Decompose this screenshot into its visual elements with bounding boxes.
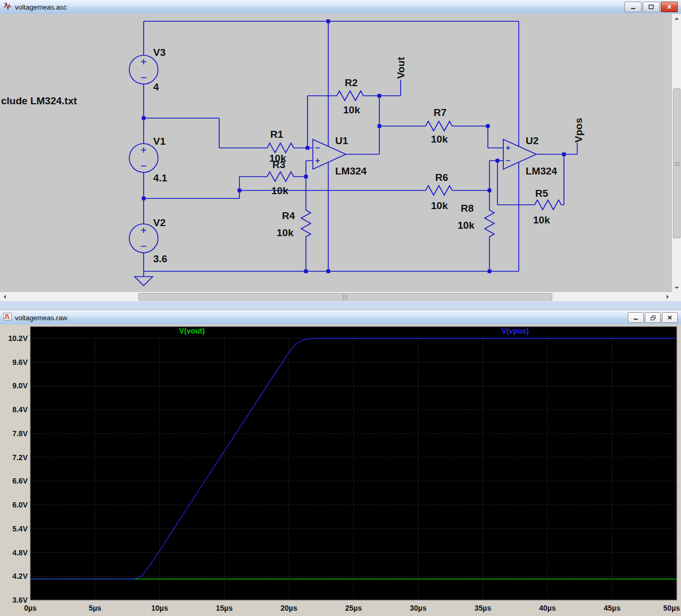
r6-resistor-symbol[interactable] — [423, 186, 455, 195]
close-icon — [667, 4, 672, 10]
scroll-right-arrow[interactable] — [663, 292, 672, 301]
horizontal-scrollbar[interactable] — [0, 292, 672, 301]
schematic-wires[interactable] — [144, 21, 577, 277]
v3-name-label[interactable]: V3 — [153, 47, 165, 58]
x-tick-label: 25µs — [345, 604, 362, 612]
r2-resistor-symbol[interactable] — [334, 91, 366, 101]
vertical-scrollbar-thumb[interactable] — [673, 88, 680, 238]
r7-name-label[interactable]: R7 — [434, 107, 446, 118]
v3-source-symbol[interactable] — [129, 55, 158, 84]
minimize-icon — [633, 315, 638, 320]
x-tick-label: 10µs — [151, 604, 168, 612]
v2-name-label[interactable]: V2 — [153, 217, 165, 228]
y-tick-label: 5.4V — [12, 525, 28, 533]
r8-value-label[interactable]: 10k — [458, 220, 475, 231]
y-tick-label: 6.6V — [12, 477, 28, 485]
waveform-titlebar[interactable]: voltagemeas.raw — [0, 310, 681, 326]
r5-value-label[interactable]: 10k — [533, 214, 550, 226]
plot-area[interactable] — [30, 327, 677, 600]
scrollbar-grip — [343, 295, 348, 299]
x-tick-label: 45µs — [604, 604, 621, 612]
v1-source-symbol[interactable] — [129, 144, 158, 172]
schematic-window-title: voltagemeas.asc — [15, 3, 67, 11]
r7-resistor-symbol[interactable] — [423, 121, 455, 131]
r5-name-label[interactable]: R5 — [535, 188, 549, 199]
scroll-up-arrow[interactable] — [672, 14, 681, 23]
waveform-plot: 0µs5µs10µs15µs20µs25µs30µs35µs40µs45µs50… — [0, 324, 681, 616]
schematic-titlebar[interactable]: voltagemeas.asc — [0, 0, 681, 14]
r1-name-label[interactable]: R1 — [270, 129, 284, 140]
x-tick-label: 5µs — [89, 604, 102, 612]
x-tick-label: 15µs — [216, 604, 233, 612]
minimize-button[interactable] — [625, 2, 642, 12]
maximize-button[interactable] — [643, 2, 660, 12]
r7-value-label[interactable]: 10k — [431, 134, 448, 145]
scrollbar-corner — [672, 292, 681, 301]
r4-resistor-symbol[interactable] — [301, 207, 311, 239]
schematic-canvas[interactable]: clude LM324.txt V3 4 V1 4.1 V2 3.6 R1 10… — [0, 14, 672, 292]
r1-resistor-symbol[interactable] — [264, 143, 296, 153]
x-tick-label: 20µs — [280, 604, 297, 612]
ground-symbol[interactable] — [135, 277, 153, 286]
close-button[interactable] — [661, 2, 678, 12]
minimize-button[interactable] — [628, 312, 644, 323]
v2-value-label[interactable]: 3.6 — [153, 253, 167, 264]
scrollbar-grip — [675, 161, 679, 166]
u1-name-label[interactable]: U1 — [335, 135, 348, 146]
waveform-file-icon[interactable] — [3, 312, 12, 323]
y-tick-label: 3.6V — [12, 596, 28, 604]
r3-value-label[interactable]: 10k — [271, 185, 288, 196]
restore-icon — [650, 315, 656, 321]
net-label-vpos[interactable]: Vpos — [573, 118, 584, 143]
junction-dots — [142, 20, 566, 273]
v2-source-symbol[interactable] — [129, 224, 158, 253]
r2-value-label[interactable]: 10k — [343, 104, 360, 115]
r6-value-label[interactable]: 10k — [431, 200, 448, 211]
close-button[interactable] — [662, 312, 678, 323]
r6-name-label[interactable]: R6 — [435, 172, 448, 183]
minimize-icon — [630, 4, 636, 10]
x-tick-label: 0µs — [24, 604, 37, 612]
r8-resistor-symbol[interactable] — [485, 207, 494, 239]
waveform-pane[interactable]: 0µs5µs10µs15µs20µs25µs30µs35µs40µs45µs50… — [0, 324, 681, 616]
arrow-down-icon — [674, 286, 680, 290]
r2-name-label[interactable]: R2 — [345, 77, 358, 88]
x-tick-label: 30µs — [410, 604, 427, 612]
net-label-vout[interactable]: Vout — [395, 57, 406, 79]
vertical-scrollbar[interactable] — [672, 14, 681, 292]
v1-value-label[interactable]: 4.1 — [153, 172, 168, 184]
r3-resistor-symbol[interactable] — [264, 172, 296, 181]
v3-value-label[interactable]: 4 — [153, 81, 159, 93]
scroll-down-arrow[interactable] — [672, 283, 681, 292]
r4-name-label[interactable]: R4 — [282, 210, 295, 221]
r4-value-label[interactable]: 10k — [277, 227, 294, 238]
y-tick-label: 6.0V — [12, 501, 28, 509]
r3-name-label[interactable]: R3 — [272, 159, 285, 170]
y-tick-label: 8.4V — [12, 405, 28, 414]
arrow-left-icon — [3, 294, 7, 300]
y-tick-label: 7.8V — [12, 429, 28, 438]
spice-directive-label[interactable]: clude LM324.txt — [1, 95, 77, 106]
x-tick-label: 40µs — [539, 604, 556, 612]
arrow-right-icon — [666, 294, 670, 300]
u2-name-label[interactable]: U2 — [526, 135, 538, 146]
schematic-window: voltagemeas.asc — [0, 0, 681, 305]
y-tick-label: 10.2V — [8, 334, 28, 343]
y-tick-label: 9.6V — [12, 358, 28, 367]
u1-model-label[interactable]: LM324 — [335, 165, 367, 177]
r8-name-label[interactable]: R8 — [461, 203, 474, 214]
legend-V(vpos)[interactable]: V(vpos) — [502, 327, 529, 335]
scroll-left-arrow[interactable] — [0, 292, 9, 301]
restore-button[interactable] — [645, 312, 661, 323]
r5-resistor-symbol[interactable] — [532, 200, 564, 210]
u2-model-label[interactable]: LM324 — [526, 165, 558, 177]
waveform-window: voltagemeas.raw 0µs5µs10µs15µs20µs25µs30… — [0, 305, 681, 616]
arrow-up-icon — [674, 16, 680, 21]
close-icon — [667, 315, 672, 320]
x-tick-label: 35µs — [475, 604, 492, 612]
ltspice-schematic-icon[interactable] — [3, 2, 12, 12]
x-tick-label: 50µs — [663, 604, 680, 612]
legend-V(vout)[interactable]: V(vout) — [179, 327, 205, 335]
v1-name-label[interactable]: V1 — [153, 136, 166, 147]
horizontal-scrollbar-thumb[interactable] — [138, 293, 552, 301]
